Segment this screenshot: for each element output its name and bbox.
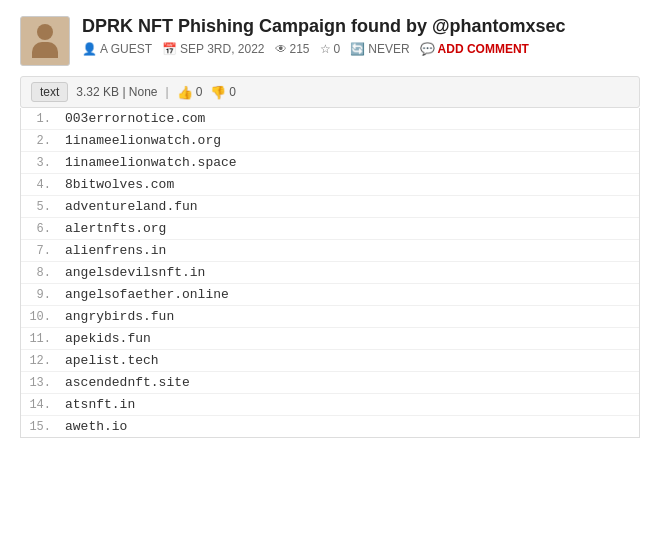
- line-number: 3.: [21, 156, 61, 170]
- line-number: 12.: [21, 354, 61, 368]
- eye-icon: 👁: [275, 42, 287, 56]
- table-row: 14.atsnft.in: [21, 394, 639, 416]
- upvotes-item: ☆ 0: [320, 42, 341, 56]
- line-content: apelist.tech: [61, 351, 163, 370]
- line-content: adventureland.fun: [61, 197, 202, 216]
- thumbs-up-icon: 👍: [177, 85, 193, 100]
- expire-item: 🔄 NEVER: [350, 42, 409, 56]
- text-format-button[interactable]: text: [31, 82, 68, 102]
- line-content: aweth.io: [61, 417, 131, 436]
- upvotes-count: 0: [334, 42, 341, 56]
- line-number: 15.: [21, 420, 61, 434]
- table-row: 6.alertnfts.org: [21, 218, 639, 240]
- downvote-count: 0: [229, 85, 236, 99]
- expire-label: NEVER: [368, 42, 409, 56]
- table-row: 7.alienfrens.in: [21, 240, 639, 262]
- star-icon: ☆: [320, 42, 331, 56]
- line-number: 11.: [21, 332, 61, 346]
- line-content: 003errornotice.com: [61, 109, 209, 128]
- toolbar-divider: |: [166, 85, 169, 99]
- line-content: 8bitwolves.com: [61, 175, 178, 194]
- user-icon: 👤: [82, 42, 97, 56]
- header-info: DPRK NFT Phishing Campaign found by @pha…: [82, 16, 640, 56]
- line-content: angelsdevilsnft.in: [61, 263, 209, 282]
- thumbs-down-icon: 👎: [210, 85, 226, 100]
- post-header: DPRK NFT Phishing Campaign found by @pha…: [20, 16, 640, 66]
- table-row: 5.adventureland.fun: [21, 196, 639, 218]
- line-content: ascendednft.site: [61, 373, 194, 392]
- comment-icon: 💬: [420, 42, 435, 56]
- date-item: 📅 SEP 3RD, 2022: [162, 42, 265, 56]
- table-row: 13.ascendednft.site: [21, 372, 639, 394]
- avatar-head: [37, 24, 53, 40]
- upvote-button[interactable]: 👍 0: [177, 85, 203, 100]
- table-row: 8.angelsdevilsnft.in: [21, 262, 639, 284]
- date-label: SEP 3RD, 2022: [180, 42, 265, 56]
- post-title: DPRK NFT Phishing Campaign found by @pha…: [82, 16, 640, 37]
- line-number: 8.: [21, 266, 61, 280]
- line-content: atsnft.in: [61, 395, 139, 414]
- table-row: 10.angrybirds.fun: [21, 306, 639, 328]
- avatar: [20, 16, 70, 66]
- table-row: 9.angelsofaether.online: [21, 284, 639, 306]
- line-number: 1.: [21, 112, 61, 126]
- expire-icon: 🔄: [350, 42, 365, 56]
- line-number: 10.: [21, 310, 61, 324]
- line-number: 6.: [21, 222, 61, 236]
- views-item: 👁 215: [275, 42, 310, 56]
- line-content: 1inameelionwatch.space: [61, 153, 241, 172]
- calendar-icon: 📅: [162, 42, 177, 56]
- table-row: 3.1inameelionwatch.space: [21, 152, 639, 174]
- table-row: 12.apelist.tech: [21, 350, 639, 372]
- line-content: apekids.fun: [61, 329, 155, 348]
- post-meta: 👤 A GUEST 📅 SEP 3RD, 2022 👁 215 ☆ 0 🔄: [82, 42, 640, 56]
- author-label: A GUEST: [100, 42, 152, 56]
- table-row: 1.003errornotice.com: [21, 108, 639, 130]
- line-content: angelsofaether.online: [61, 285, 233, 304]
- comment-item: 💬 ADD COMMENT: [420, 42, 529, 56]
- toolbar: text 3.32 KB | None | 👍 0 👎 0: [20, 76, 640, 108]
- line-number: 9.: [21, 288, 61, 302]
- file-size: 3.32 KB | None: [76, 85, 157, 99]
- line-content: 1inameelionwatch.org: [61, 131, 225, 150]
- line-content: alienfrens.in: [61, 241, 170, 260]
- line-content: angrybirds.fun: [61, 307, 178, 326]
- avatar-body: [32, 42, 58, 58]
- table-row: 15.aweth.io: [21, 416, 639, 437]
- author-item: 👤 A GUEST: [82, 42, 152, 56]
- line-number: 2.: [21, 134, 61, 148]
- views-count: 215: [290, 42, 310, 56]
- page-container: DPRK NFT Phishing Campaign found by @pha…: [0, 0, 660, 536]
- line-number: 4.: [21, 178, 61, 192]
- upvote-count: 0: [196, 85, 203, 99]
- line-number: 7.: [21, 244, 61, 258]
- paste-content: 1.003errornotice.com2.1inameelionwatch.o…: [20, 108, 640, 438]
- table-row: 11.apekids.fun: [21, 328, 639, 350]
- avatar-figure: [32, 24, 58, 58]
- table-row: 2.1inameelionwatch.org: [21, 130, 639, 152]
- line-content: alertnfts.org: [61, 219, 170, 238]
- table-row: 4.8bitwolves.com: [21, 174, 639, 196]
- add-comment-button[interactable]: ADD COMMENT: [438, 42, 529, 56]
- line-number: 5.: [21, 200, 61, 214]
- downvote-button[interactable]: 👎 0: [210, 85, 236, 100]
- line-number: 14.: [21, 398, 61, 412]
- line-number: 13.: [21, 376, 61, 390]
